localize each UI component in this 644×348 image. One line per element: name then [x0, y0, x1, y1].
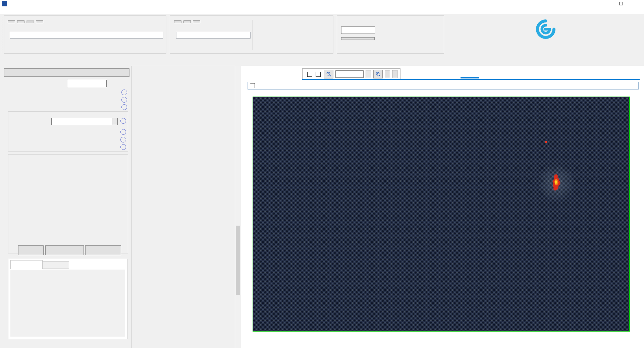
- toolbar-drag-handle[interactable]: [1, 17, 3, 54]
- zoom-percentage-input[interactable]: [335, 70, 364, 78]
- deep-learning-studio-window: [0, 0, 644, 348]
- tool-open-button[interactable]: [183, 20, 191, 23]
- datasets-group: [4, 15, 166, 54]
- menu-file[interactable]: [0, 9, 6, 11]
- info-icon[interactable]: [121, 104, 127, 110]
- results-panel: [0, 66, 132, 348]
- confusion-matrix-group: [8, 154, 128, 253]
- info-icon[interactable]: [121, 90, 127, 95]
- scroll-up-icon[interactable]: [235, 66, 241, 71]
- info-icon[interactable]: [121, 97, 127, 103]
- maximize-icon: [619, 2, 623, 5]
- results-for-select[interactable]: [68, 80, 107, 87]
- roi-checkbox-wrap[interactable]: [316, 72, 322, 77]
- dataset-open-button[interactable]: [17, 20, 24, 23]
- main-tab-bar: [0, 56, 644, 66]
- defect-dot-marker: [545, 141, 547, 143]
- zoom-in-icon: [375, 71, 381, 77]
- dltool-group: [170, 15, 333, 54]
- zoom-out-button[interactable]: [324, 70, 333, 78]
- title-bar: [0, 0, 644, 8]
- export-results-button[interactable]: [4, 68, 129, 77]
- info-icon[interactable]: [120, 129, 126, 135]
- masks-checkbox-wrap[interactable]: [307, 72, 314, 77]
- dataset-new-button[interactable]: [8, 20, 15, 23]
- fit-button[interactable]: [385, 70, 390, 78]
- minimize-button[interactable]: [598, 0, 613, 7]
- zoom-out-icon: [326, 71, 331, 77]
- menu-help[interactable]: [7, 9, 13, 11]
- classification-rule-group: [8, 111, 128, 152]
- tool-save-button[interactable]: [193, 20, 200, 23]
- inspected-image[interactable]: [253, 97, 630, 332]
- euresys-logo: [535, 19, 559, 40]
- execution-profile-select[interactable]: [341, 26, 375, 34]
- scroll-down-icon[interactable]: [235, 342, 241, 348]
- spin-down-icon[interactable]: [366, 74, 371, 78]
- select-rightly-labeled-button[interactable]: [85, 245, 121, 255]
- thumbnail-scrollbar[interactable]: [235, 66, 241, 348]
- segmentation-bar: [248, 82, 639, 90]
- app-icon: [2, 1, 7, 6]
- threshold-spinner[interactable]: [112, 118, 117, 125]
- score-histogram-panel: [8, 259, 127, 339]
- thumbnail-list: [137, 66, 198, 348]
- group-divider: [253, 20, 253, 50]
- info-icon[interactable]: [120, 118, 126, 124]
- zoom-in-button[interactable]: [373, 70, 383, 78]
- dataset-export-button[interactable]: [36, 20, 43, 23]
- scrollbar-thumb[interactable]: [236, 226, 240, 295]
- roi-checkbox[interactable]: [316, 72, 321, 77]
- score-histogram-chart: [10, 270, 125, 337]
- configure-button[interactable]: [341, 37, 375, 40]
- dataset-save-button[interactable]: [26, 20, 34, 23]
- tab-roc-curve[interactable]: [42, 261, 69, 269]
- tool-filename-input[interactable]: [176, 32, 251, 39]
- tab-score-histogram[interactable]: [10, 260, 43, 269]
- info-icon[interactable]: [120, 137, 126, 142]
- viewer-tab-underline: [302, 79, 640, 80]
- dataset-filename-input[interactable]: [10, 32, 163, 39]
- tool-new-button[interactable]: [174, 20, 181, 23]
- spin-up-icon[interactable]: [366, 70, 371, 74]
- close-button[interactable]: [629, 0, 644, 7]
- spin-up-icon[interactable]: [112, 118, 117, 121]
- viewer-toolbar: [302, 68, 400, 80]
- maximize-button[interactable]: [613, 0, 629, 7]
- segmentation-checkbox[interactable]: [250, 83, 255, 88]
- spin-down-icon[interactable]: [112, 121, 117, 125]
- defect-segmentation-mask: [550, 174, 561, 191]
- select-wrongly-labeled-button[interactable]: [45, 245, 84, 255]
- masks-checkbox[interactable]: [307, 72, 312, 77]
- select-all-button[interactable]: [18, 245, 44, 255]
- original-resolution-button[interactable]: [392, 70, 397, 78]
- classification-threshold-input[interactable]: [51, 118, 118, 125]
- image-viewer-panel: [241, 66, 644, 348]
- menu-bar: [0, 7, 644, 14]
- euresys-logo-icon: [535, 19, 556, 40]
- device-group: [337, 15, 444, 54]
- info-icon[interactable]: [120, 144, 126, 150]
- tab-results[interactable]: [461, 70, 479, 78]
- zoom-spinner[interactable]: [366, 70, 371, 78]
